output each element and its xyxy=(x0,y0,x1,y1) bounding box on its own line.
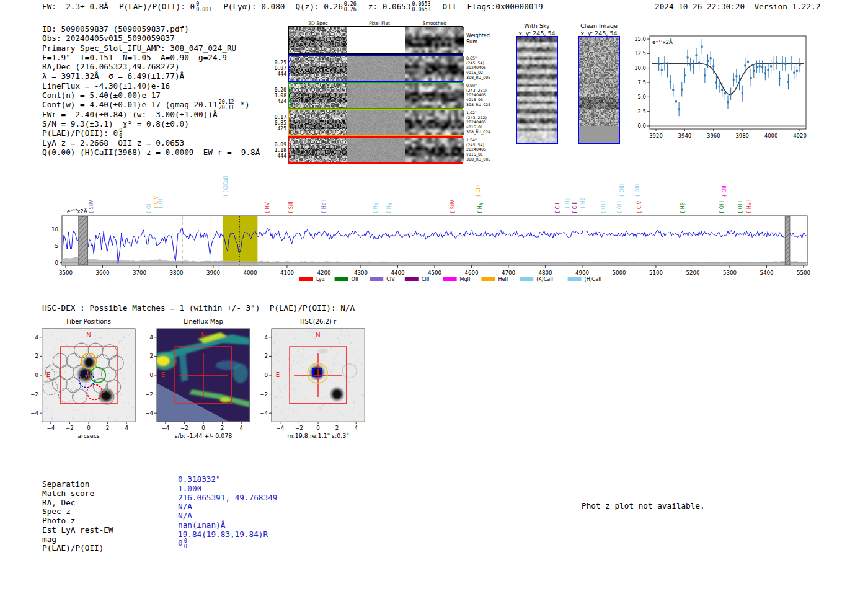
legend-label: (K)CaII xyxy=(536,277,553,282)
header-stat-1: P(LAE)/P(OII): 000.001 xyxy=(119,1,213,12)
svg-text:−4: −4 xyxy=(46,425,55,431)
svg-text:0: 0 xyxy=(202,425,205,431)
line-label-OIII: { OIII xyxy=(601,201,606,214)
header-stat-4: z: 0.06530.06530.0653 xyxy=(368,1,432,12)
legend-label: CIII xyxy=(422,277,430,282)
svg-text:3800: 3800 xyxy=(169,270,183,276)
match-table-values: 0.318332"1.000216.065391, 49.768349N/AN/… xyxy=(178,475,277,548)
svg-text:4: 4 xyxy=(125,425,128,431)
cutout-row-weights: 0.170.85425 xyxy=(272,115,286,131)
match-row-value: nan(±nan)Å xyxy=(178,521,277,530)
svg-text:4: 4 xyxy=(35,334,38,340)
header-stat-0: EW: -2.3±-0.8Å xyxy=(42,2,108,11)
info-line-0: ID: 5090059837 (5090059837.pdf) xyxy=(42,24,260,33)
svg-text:3920: 3920 xyxy=(649,133,663,139)
svg-text:−2: −2 xyxy=(145,391,153,398)
svg-text:4: 4 xyxy=(239,425,243,431)
cutout-row-annotation: 0.99"(243, 231)20240405v015_03308_RU_025 xyxy=(466,83,490,107)
info-line-13: Q(0.00) (H)CaII(3968) z = 0.0009 EW r = … xyxy=(42,148,260,157)
svg-text:10.0: 10.0 xyxy=(634,65,646,71)
legend-swatch xyxy=(568,277,582,281)
svg-text:3700: 3700 xyxy=(133,270,146,276)
imaging-source-blob xyxy=(329,386,345,402)
match-row-label: mag xyxy=(42,535,113,544)
line-label-SiII: { SiII xyxy=(288,202,294,214)
svg-text:4200: 4200 xyxy=(317,270,330,276)
line-label-CII: { CII xyxy=(555,203,560,214)
match-row-label: RA, Dec xyxy=(42,499,113,508)
svg-text:0: 0 xyxy=(87,425,91,431)
line-label-OIII: { OIII xyxy=(617,201,622,214)
svg-text:3960: 3960 xyxy=(707,133,720,139)
line-label-OIII: { OIII xyxy=(738,201,743,214)
svg-text:−2: −2 xyxy=(260,391,268,398)
2d-spec-image xyxy=(289,110,347,135)
line-label-NV: { NV xyxy=(265,202,270,214)
svg-text:5: 5 xyxy=(55,243,58,249)
line-label-Hβ: { Hβ xyxy=(565,197,570,209)
stacked-uncertainty: 00 xyxy=(119,128,122,138)
header-stat-3: Q(z): 0.260.260.26 xyxy=(295,1,357,12)
compass-north-label: N xyxy=(316,332,320,339)
panel-xlabel: s/b: -1.44 +/- 0.078 xyxy=(175,432,232,439)
match-row-label: Separation xyxy=(42,480,113,489)
cutout-row-fiber-2 xyxy=(288,82,463,109)
cutout-row-annotation: 1.02"(243, 222)20240405v015_01308_RU_024 xyxy=(466,110,490,135)
line-label-OII: { OII xyxy=(146,202,152,214)
cutout-row-fiber-3 xyxy=(288,109,463,136)
cutout-row-fiber-1 xyxy=(288,55,463,82)
panel-title: HSC(26.2) r xyxy=(300,318,337,325)
info-line-6: LineFlux = -4.30(±1.40)e-16 xyxy=(42,81,260,91)
svg-text:0.0: 0.0 xyxy=(637,123,646,129)
report-datetime: 2024-10-26 22:30:20 xyxy=(655,2,745,11)
compass-east-label: E xyxy=(161,371,165,378)
svg-text:−4: −4 xyxy=(161,425,169,431)
match-row-value: 0.318332" xyxy=(178,475,277,484)
legend-swatch xyxy=(443,277,457,281)
cutout-row-weights: 0.091.18444 xyxy=(272,142,286,159)
svg-text:5100: 5100 xyxy=(649,270,663,276)
svg-text:4: 4 xyxy=(354,425,358,431)
svg-text:−4: −4 xyxy=(145,410,153,416)
svg-text:0: 0 xyxy=(316,425,320,431)
pixel-flat-image xyxy=(347,83,405,108)
svg-text:0: 0 xyxy=(55,260,58,266)
legend-swatch xyxy=(370,277,383,281)
match-row-value: 1.000 xyxy=(178,484,277,494)
match-row-value: N/A xyxy=(178,502,277,512)
clean-image-stamp xyxy=(578,36,620,144)
svg-text:3980: 3980 xyxy=(735,133,749,139)
smoothed-image xyxy=(405,138,464,162)
cutout-row-annotation: 1.54"(245, 54)20240405v015_01308_RU_005 xyxy=(466,138,490,162)
match-row-label: Spec z xyxy=(42,507,113,517)
pixel-flat-image xyxy=(347,56,405,81)
cutout-column-header: Smoothed xyxy=(423,20,447,26)
cutout-row-weights: 0.250.87444 xyxy=(272,60,286,77)
svg-text:−2: −2 xyxy=(180,425,188,431)
info-line-8: Cont(w) = 4.40(±0.01)e-17 (gmag 20.1120.… xyxy=(42,100,260,109)
smoothed-image xyxy=(405,27,464,53)
header-meta: 2024-10-26 22:30:20 Version 1.22.2 xyxy=(655,2,820,11)
svg-text:4: 4 xyxy=(149,334,153,340)
svg-text:7.5: 7.5 xyxy=(637,79,646,86)
info-line-11: P(LAE)/P(OII): 000 xyxy=(42,128,260,138)
match-row-value: 19.84(19.83,19.84)R xyxy=(178,530,277,540)
hsc-dex-match-line: HSC-DEX : Possible Matches = 1 (within +… xyxy=(42,303,355,313)
svg-text:−4: −4 xyxy=(260,410,268,416)
compass-north-label: N xyxy=(201,332,205,339)
svg-text:5200: 5200 xyxy=(686,270,699,276)
stacked-uncertainty: 20.1220.11 xyxy=(219,99,234,110)
svg-text:5000: 5000 xyxy=(612,270,626,276)
legend-label: MgII xyxy=(460,277,471,282)
panel-title: Lineflux Map xyxy=(184,318,223,325)
svg-text:5300: 5300 xyxy=(723,270,737,276)
svg-text:2: 2 xyxy=(264,353,268,359)
svg-text:5400: 5400 xyxy=(760,270,773,276)
svg-text:15.0: 15.0 xyxy=(634,36,646,42)
2d-spec-image xyxy=(289,138,347,162)
match-row-value: N/A xyxy=(178,512,277,521)
legend-swatch xyxy=(335,277,348,281)
cutout-row-weighted xyxy=(288,26,463,55)
svg-text:4: 4 xyxy=(264,334,268,340)
svg-text:4800: 4800 xyxy=(538,270,552,276)
